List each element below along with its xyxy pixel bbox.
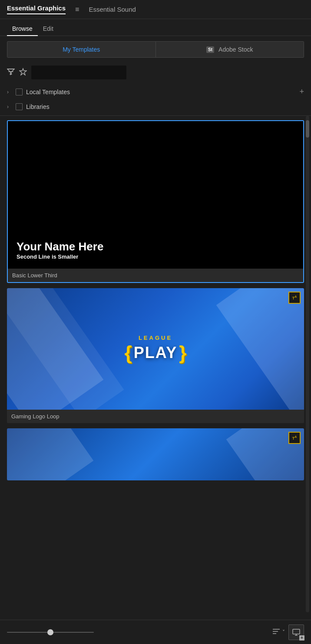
gaming-inner: LEAGUE { PLAY }	[7, 288, 304, 410]
template-source-toggle: My Templates St Adobe Stock	[7, 41, 304, 58]
template-name-basic: Basic Lower Third	[8, 269, 303, 282]
folder-checkbox-libraries[interactable]	[16, 103, 23, 110]
svg-marker-1	[20, 69, 26, 75]
template-scroll-area: Your Name Here Second Line is Smaller Ba…	[0, 116, 311, 612]
template-thumb-gaming: TA LEAGUE { PLAY }	[7, 288, 304, 410]
template-card-third[interactable]: TA	[7, 428, 304, 480]
search-input[interactable]	[31, 66, 126, 79]
app-title: Essential Graphics	[7, 4, 66, 14]
sort-icon	[272, 628, 281, 637]
new-item-button[interactable]: +	[288, 624, 304, 640]
scrollbar-thumb[interactable]	[306, 120, 309, 138]
bracket-right-icon: }	[179, 342, 186, 364]
folder-label-local: Local Templates	[26, 89, 296, 95]
template-card-basic-lower-third[interactable]: Your Name Here Second Line is Smaller Ba…	[7, 120, 304, 283]
third-stripe-1	[7, 428, 93, 480]
filter-row	[0, 63, 311, 82]
template-thumb-third: TA	[7, 428, 304, 480]
ta-badge-gaming: TA	[288, 292, 301, 304]
add-local-template-button[interactable]: +	[299, 87, 304, 96]
gaming-logo-text: LEAGUE { PLAY }	[125, 335, 187, 364]
tab-browse[interactable]: Browse	[7, 23, 38, 36]
template-thumb-basic: Your Name Here Second Line is Smaller	[8, 121, 303, 269]
chevron-right-icon: ›	[7, 89, 12, 95]
gaming-stripe-3	[216, 288, 304, 410]
folder-list: › Local Templates + › Libraries	[0, 82, 311, 116]
ta-badge-third: TA	[288, 432, 301, 444]
chevron-right-icon-2: ›	[7, 104, 12, 110]
svg-rect-7	[293, 629, 300, 634]
folder-checkbox-local[interactable]	[16, 89, 23, 95]
template-card-gaming-logo-loop[interactable]: TA LEAGUE { PLAY }	[7, 288, 304, 423]
search-wrapper	[31, 66, 304, 79]
favorites-icon[interactable]	[19, 68, 27, 78]
bracket-left-icon: {	[125, 342, 132, 364]
sort-button[interactable]: ˅	[268, 625, 288, 639]
sort-chevron: ˅	[282, 629, 285, 635]
folder-libraries[interactable]: › Libraries	[0, 100, 311, 114]
slider-thumb[interactable]	[47, 629, 53, 635]
thumbnail-size-slider	[7, 632, 268, 633]
my-templates-button[interactable]: My Templates	[7, 42, 156, 57]
essential-sound-tab[interactable]: Essential Sound	[89, 6, 136, 13]
slider-track[interactable]	[7, 632, 94, 633]
template-grid: Your Name Here Second Line is Smaller Ba…	[0, 116, 311, 612]
filter-icon[interactable]	[7, 68, 15, 78]
third-inner	[7, 428, 304, 480]
menu-icon[interactable]: ≡	[73, 6, 82, 13]
top-nav: Essential Graphics ≡ Essential Sound	[0, 0, 311, 19]
new-item-plus-icon: +	[299, 635, 304, 641]
stock-badge: St	[206, 46, 214, 53]
bottom-bar: ˅ +	[0, 620, 311, 644]
main-tabs: Browse Edit	[0, 19, 311, 36]
tab-edit[interactable]: Edit	[38, 23, 59, 36]
adobe-stock-button[interactable]: St Adobe Stock	[156, 42, 304, 57]
scrollbar-track	[306, 116, 309, 612]
folder-label-libraries: Libraries	[26, 103, 304, 110]
folder-local-templates[interactable]: › Local Templates +	[0, 84, 311, 100]
template-name-gaming: Gaming Logo Loop	[7, 410, 304, 423]
basic-lower-third-preview: Your Name Here Second Line is Smaller	[17, 240, 103, 260]
